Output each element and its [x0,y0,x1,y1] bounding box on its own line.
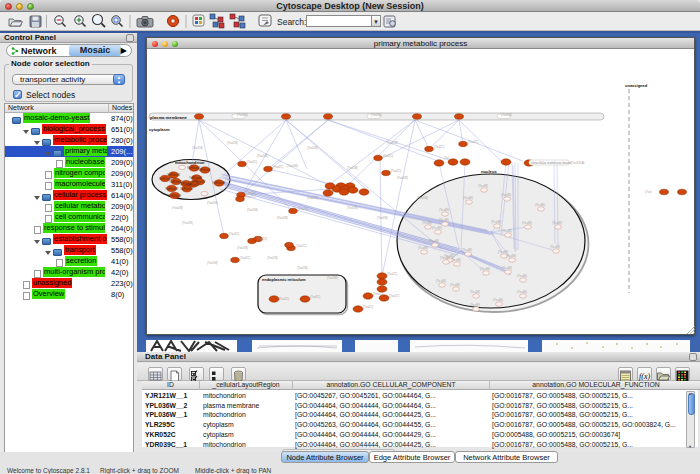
svg-text:(Yxx1W): (Yxx1W) [501,113,512,117]
svg-text:(Yxx1W): (Yxx1W) [237,113,248,117]
svg-text:(Yxx1W): (Yxx1W) [257,154,268,158]
svg-text:(Yxx2C): (Yxx2C) [387,272,397,276]
svg-text:(Yxx1W): (Yxx1W) [371,113,382,117]
svg-text:(Yx.xW): (Yx.xW) [552,221,562,225]
svg-text:(Yxx1W): (Yxx1W) [387,141,398,145]
svg-text:(Yx.xW): (Yx.xW) [517,290,527,294]
svg-text:(Yxx2C): (Yxx2C) [257,237,267,241]
svg-text:(Yx.xW): (Yx.xW) [535,203,545,207]
svg-text:(Yxx2C): (Yxx2C) [279,297,289,301]
svg-text:(Yx.xW): (Yx.xW) [451,258,461,262]
svg-text:(Yxx1W): (Yxx1W) [277,216,288,220]
svg-text:(Yx.xW): (Yx.xW) [491,220,501,224]
svg-text:(Yx.xW): (Yx.xW) [463,196,473,200]
svg-text:(Yx.xW): (Yx.xW) [517,274,527,278]
svg-text:(Yxx1W): (Yxx1W) [207,261,218,265]
svg-text:(Yx.xW): (Yx.xW) [418,246,428,250]
svg-text:(Yxx2C): (Yxx2C) [468,140,478,144]
svg-text:f(x): f(x) [639,372,650,381]
svg-text:unassigned: unassigned [625,83,648,88]
svg-text:YxR0xxW: YxR0xxW [180,187,193,191]
svg-text:(Yxx1W): (Yxx1W) [307,146,318,150]
svg-text:(Yxx2C): (Yxx2C) [310,295,320,299]
svg-text:(Yxx1W): (Yxx1W) [182,221,193,225]
svg-text:(Yxx1W): (Yxx1W) [287,164,298,168]
svg-text:(Yxx1W): (Yxx1W) [397,176,408,180]
svg-text:(Yx.xW): (Yx.xW) [450,283,460,287]
svg-text:cytoplasm: cytoplasm [149,127,170,132]
svg-text:(Yxx1W): (Yxx1W) [417,196,428,200]
svg-text:(Yxx2C): (Yxx2C) [229,232,239,236]
svg-text:(Yx.xW): (Yx.xW) [493,298,503,302]
svg-text:(Yx.xW): (Yx.xW) [462,248,472,252]
svg-text:(Yxx1W): (Yxx1W) [267,256,278,260]
svg-text:(Yx.xW): (Yx.xW) [436,279,446,283]
svg-text:(Yxx2C): (Yxx2C) [247,160,257,164]
svg-text:mitochondrion: mitochondrion [175,160,205,165]
svg-text:(Yxx1W): (Yxx1W) [347,166,358,170]
svg-text:(Yxx1W): (Yxx1W) [347,206,358,210]
svg-text:(Yxx2C): (Yxx2C) [389,294,399,298]
svg-text:(Yx.xW): (Yx.xW) [422,221,432,225]
svg-text:(Yxx1W): (Yxx1W) [327,276,338,280]
svg-text:(Yx.xW): (Yx.xW) [506,254,516,258]
svg-text:(Yxx2C): (Yxx2C) [296,244,306,248]
svg-text:(Yxx2C): (Yxx2C) [363,305,373,309]
svg-text:(Yx.xW): (Yx.xW) [501,193,511,197]
svg-text:YxR0xxW: YxR0xxW [197,168,210,172]
svg-text:plasma membrane: plasma membrane [150,115,187,120]
svg-text:(Yxx2C): (Yxx2C) [240,256,250,260]
svg-text:endoplasmic reticulum: endoplasmic reticulum [262,277,306,282]
svg-text:(Yx.xW): (Yx.xW) [522,221,532,225]
svg-text:(Yx.xW): (Yx.xW) [429,239,439,243]
svg-text:(Yx): (Yx) [444,156,449,160]
svg-text:(Yxx1W): (Yxx1W) [227,141,238,145]
svg-text:nucleus: nucleus [481,169,497,174]
svg-text:(Yxx1W): (Yxx1W) [247,208,258,212]
svg-text:(Yxx1W): (Yxx1W) [237,246,248,250]
svg-text:(Yx.xW): (Yx.xW) [432,226,442,230]
svg-text:(Yxx1W): (Yxx1W) [297,266,308,270]
svg-text:(Yx.xW): (Yx.xW) [502,229,512,233]
svg-text:YxR0xxW: YxR0xxW [212,181,225,185]
svg-text:(Yx.xW): (Yx.xW) [502,266,512,270]
svg-text:(Yx.xW): (Yx.xW) [439,218,449,222]
svg-text:(Yxx2C): (Yxx2C) [434,145,444,149]
svg-text:(Yx.xW): (Yx.xW) [439,208,449,212]
svg-text:(Yxx1W): (Yxx1W) [377,216,388,220]
svg-text:(Yx.xW): (Yx.xW) [550,245,560,249]
svg-text:(Yxx1W): (Yxx1W) [192,146,203,150]
svg-text:(Yx.xW): (Yx.xW) [470,290,480,294]
svg-text:YxR0xxW: YxR0xxW [168,194,181,198]
svg-text:(Yx.xW): (Yx.xW) [480,267,490,271]
svg-text:(Yxx1W-A): (Yxx1W-A) [571,161,585,165]
svg-text:(Yx.xW): (Yx.xW) [470,303,480,307]
svg-text:(Yxx): (Yxx) [645,190,652,194]
svg-text:intracellular membrane-bound: intracellular membrane-bound [531,161,571,165]
svg-text:(Yxx2C): (Yxx2C) [245,195,255,199]
svg-text:(Yx.xW): (Yx.xW) [440,256,450,260]
svg-text:(Yxx1W): (Yxx1W) [307,196,318,200]
svg-text:YxR0xxW: YxR0xxW [165,187,178,191]
svg-text:(Yxx2C): (Yxx2C) [383,154,393,158]
svg-text:(Yxx2C): (Yxx2C) [298,207,308,211]
svg-text:(Yxx2C): (Yxx2C) [273,165,283,169]
svg-text:(Yxx1W): (Yxx1W) [207,201,218,205]
svg-text:(Yx.xW): (Yx.xW) [478,184,488,188]
svg-text:(Yxx2C): (Yxx2C) [373,292,383,296]
svg-text:(Yxx1W): (Yxx1W) [172,206,183,210]
svg-text:(Yxx2C): (Yxx2C) [391,169,401,173]
